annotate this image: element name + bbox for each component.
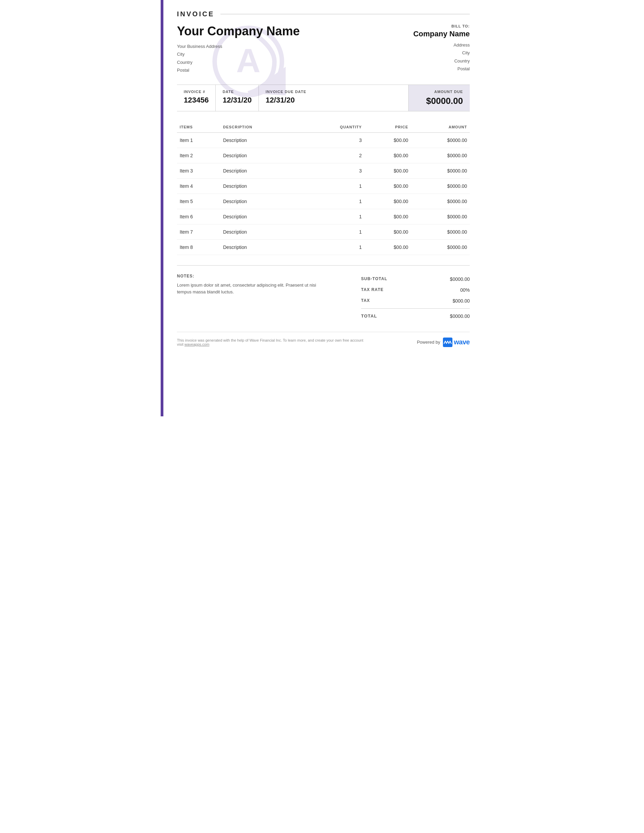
total-row: TOTAL $0000.00 xyxy=(361,311,470,322)
row-item: Item 1 xyxy=(177,132,221,148)
bottom-section: NOTES: Lorem ipsum dolor sit amet, conse… xyxy=(177,265,470,322)
date-cell: DATE 12/31/20 xyxy=(216,85,259,111)
table-body: Item 1 Description 3 $00.00 $0000.00 Ite… xyxy=(177,132,470,255)
row-price: $00.00 xyxy=(364,224,411,240)
amount-due-value: $0000.00 xyxy=(415,96,463,106)
company-name: Your Company Name xyxy=(177,24,320,39)
row-item: Item 3 xyxy=(177,163,221,178)
amount-due-cell: AMOUNT DUE $0000.00 xyxy=(409,85,470,111)
bill-postal: Postal xyxy=(402,65,470,73)
bill-city: City xyxy=(402,49,470,57)
table-row: Item 3 Description 3 $00.00 $0000.00 xyxy=(177,163,470,178)
col-price: PRICE xyxy=(364,122,411,133)
row-price: $00.00 xyxy=(364,132,411,148)
company-address-block: Your Business Address City Country Posta… xyxy=(177,42,320,74)
col-items: ITEMS xyxy=(177,122,221,133)
row-description: Description xyxy=(221,193,301,209)
col-amount: AMOUNT xyxy=(411,122,470,133)
table-row: Item 1 Description 3 $00.00 $0000.00 xyxy=(177,132,470,148)
due-date-label: INVOICE DUE DATE xyxy=(266,90,306,94)
row-price: $00.00 xyxy=(364,240,411,255)
invoice-number-label: INVOICE # xyxy=(184,90,209,94)
row-amount: $0000.00 xyxy=(411,209,470,224)
table-row: Item 5 Description 1 $00.00 $0000.00 xyxy=(177,193,470,209)
tax-rate-value: 00% xyxy=(460,287,470,293)
row-amount: $0000.00 xyxy=(411,193,470,209)
row-item: Item 7 xyxy=(177,224,221,240)
table-row: Item 4 Description 1 $00.00 $0000.00 xyxy=(177,178,470,193)
waveapps-link[interactable]: waveapps.com xyxy=(184,342,209,346)
bill-country: Country xyxy=(402,57,470,65)
subtotal-row: SUB-TOTAL $0000.00 xyxy=(361,274,470,285)
row-quantity: 1 xyxy=(301,209,364,224)
row-description: Description xyxy=(221,148,301,163)
meta-left-group: INVOICE # 123456 DATE 12/31/20 INVOICE D… xyxy=(177,85,409,111)
row-amount: $0000.00 xyxy=(411,240,470,255)
subtotal-value: $0000.00 xyxy=(450,277,470,282)
footer-text: This invoice was generated with the help… xyxy=(177,338,364,346)
table-header-row: ITEMS DESCRIPTION QUANTITY PRICE AMOUNT xyxy=(177,122,470,133)
table-row: Item 2 Description 2 $00.00 $0000.00 xyxy=(177,148,470,163)
row-description: Description xyxy=(221,178,301,193)
row-quantity: 1 xyxy=(301,193,364,209)
due-date-cell: INVOICE DUE DATE 12/31/20 xyxy=(259,85,313,111)
tax-label: TAX xyxy=(361,298,370,304)
row-item: Item 5 xyxy=(177,193,221,209)
amount-due-label: AMOUNT DUE xyxy=(415,90,463,94)
bill-address-block: Address City Country Postal xyxy=(402,41,470,73)
wave-icon xyxy=(443,338,452,347)
wave-logo: wave xyxy=(443,338,470,347)
row-quantity: 2 xyxy=(301,148,364,163)
row-amount: $0000.00 xyxy=(411,224,470,240)
subtotal-label: SUB-TOTAL xyxy=(361,277,387,282)
company-city: City xyxy=(177,50,320,58)
footer: This invoice was generated with the help… xyxy=(177,332,470,351)
row-description: Description xyxy=(221,163,301,178)
row-price: $00.00 xyxy=(364,209,411,224)
powered-by: Powered by wave xyxy=(417,338,470,347)
date-label: DATE xyxy=(222,90,252,94)
invoice-page: INVOICE A Your Company Name xyxy=(161,0,483,416)
row-quantity: 1 xyxy=(301,224,364,240)
invoice-content: INVOICE A Your Company Name xyxy=(163,0,483,357)
company-info: A Your Company Name Your Business Addres… xyxy=(177,24,320,74)
col-description: DESCRIPTION xyxy=(221,122,301,133)
items-table: ITEMS DESCRIPTION QUANTITY PRICE AMOUNT … xyxy=(177,122,470,255)
wave-text: wave xyxy=(454,338,470,346)
table-row: Item 7 Description 1 $00.00 $0000.00 xyxy=(177,224,470,240)
row-price: $00.00 xyxy=(364,178,411,193)
row-amount: $0000.00 xyxy=(411,148,470,163)
row-amount: $0000.00 xyxy=(411,178,470,193)
row-description: Description xyxy=(221,132,301,148)
row-item: Item 6 xyxy=(177,209,221,224)
header-section: A Your Company Name Your Business Addres… xyxy=(177,24,470,74)
row-item: Item 4 xyxy=(177,178,221,193)
row-description: Description xyxy=(221,209,301,224)
totals-area: SUB-TOTAL $0000.00 TAX RATE 00% TAX $000… xyxy=(361,274,470,322)
company-country: Country xyxy=(177,58,320,66)
tax-rate-row: TAX RATE 00% xyxy=(361,285,470,296)
invoice-number-value: 123456 xyxy=(184,96,209,105)
row-quantity: 3 xyxy=(301,132,364,148)
row-quantity: 1 xyxy=(301,178,364,193)
row-item: Item 8 xyxy=(177,240,221,255)
tax-rate-label: TAX RATE xyxy=(361,287,383,293)
table-row: Item 6 Description 1 $00.00 $0000.00 xyxy=(177,209,470,224)
total-label: TOTAL xyxy=(361,314,377,319)
bill-company-name: Company Name xyxy=(402,29,470,39)
notes-label: NOTES: xyxy=(177,274,330,278)
bill-to-label: BILL TO: xyxy=(402,24,470,28)
company-address: Your Business Address xyxy=(177,42,320,50)
row-description: Description xyxy=(221,224,301,240)
company-postal: Postal xyxy=(177,66,320,74)
due-date-value: 12/31/20 xyxy=(266,96,306,105)
row-price: $00.00 xyxy=(364,163,411,178)
left-accent-bar xyxy=(161,0,163,416)
tax-row: TAX $000.00 xyxy=(361,296,470,306)
date-value: 12/31/20 xyxy=(222,96,252,105)
notes-text: Lorem ipsum dolor sit amet, consectetur … xyxy=(177,282,330,296)
bill-address: Address xyxy=(402,41,470,49)
bill-to-section: BILL TO: Company Name Address City Count… xyxy=(402,24,470,73)
row-price: $00.00 xyxy=(364,148,411,163)
table-row: Item 8 Description 1 $00.00 $0000.00 xyxy=(177,240,470,255)
